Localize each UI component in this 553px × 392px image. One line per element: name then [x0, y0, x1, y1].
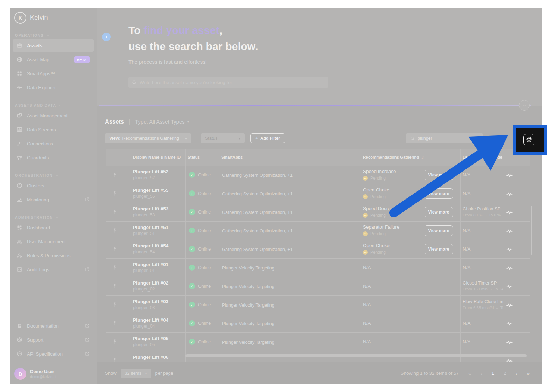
sidebar-collapse-button[interactable]	[102, 33, 111, 41]
sidebar-item-user-management[interactable]: User Management	[10, 234, 97, 248]
view-more-button[interactable]: View more	[425, 170, 453, 180]
table-row[interactable]: Plunger Lift #02 plunger_02 ✓ Online Plu…	[106, 277, 530, 296]
sidebar-item-roles-permissions[interactable]: Roles & Permissions	[10, 248, 97, 262]
prev-page-button[interactable]: ‹	[481, 371, 482, 376]
pin-icon[interactable]	[112, 209, 118, 215]
page-1-button[interactable]: 1	[492, 371, 495, 376]
brand-logo[interactable]: K Kelvin	[10, 8, 97, 28]
clear-search-icon[interactable]	[475, 136, 479, 140]
asset-search-input[interactable]: Write here the asset name you're looking…	[128, 77, 328, 88]
chevron-down-icon	[55, 216, 59, 219]
sidebar-item-asset-map[interactable]: Asset Map BETA	[10, 52, 97, 66]
pin-icon[interactable]	[112, 321, 118, 326]
sidebar-item-support[interactable]: Support	[10, 333, 97, 347]
waveform-icon[interactable]	[506, 265, 513, 271]
smartapps-cell: Plunger Velocity Targeting	[222, 265, 274, 271]
view-more-button[interactable]: View more	[425, 244, 453, 254]
horizontal-scrollbar[interactable]	[186, 354, 527, 357]
pin-icon[interactable]	[112, 358, 118, 362]
table-row[interactable]: Plunger Lift #01 plunger_01 ✓ Online Plu…	[106, 259, 530, 277]
smartapps-cell: Gathering System Optimization, +1	[222, 210, 293, 215]
table-row[interactable]: Plunger Lift #52 plunger_52 ✓ Online Gat…	[106, 166, 530, 184]
sidebar-item-data-streams[interactable]: Data Streams	[10, 122, 97, 136]
sidebar-item-asset-management[interactable]: Asset Management	[10, 108, 97, 122]
waveform-icon[interactable]	[506, 283, 513, 290]
sidebar-item-assets[interactable]: Assets	[13, 39, 94, 52]
waveform-icon[interactable]	[506, 357, 513, 362]
waveform-icon[interactable]	[506, 209, 513, 216]
collapse-hero-button[interactable]	[519, 100, 530, 111]
pin-icon[interactable]	[112, 339, 118, 344]
last-change-cell: N/A	[463, 184, 503, 203]
waveform-icon[interactable]	[506, 190, 513, 197]
table-row[interactable]: Plunger Lift #05 plunger_05 ✓ Online Plu…	[106, 333, 530, 351]
user-account[interactable]: D Demo User demo@kelvin.ai	[10, 363, 97, 384]
add-filter-button[interactable]: + Add Filter	[250, 133, 285, 143]
sidebar-item-dashboard[interactable]: Dashboard	[10, 220, 97, 234]
table-row[interactable]: Plunger Lift #53 plunger_53 ✓ Online Gat…	[106, 203, 530, 222]
view-more-button[interactable]: View more	[425, 225, 453, 236]
sidebar-item-data-explorer[interactable]: Data Explorer	[10, 80, 97, 94]
sidebar-item-monitoring[interactable]: Monitoring	[10, 192, 97, 206]
pin-icon[interactable]	[112, 302, 118, 307]
status-label: Online	[198, 247, 211, 252]
sidebar-item-guardrails[interactable]: Guardrails	[10, 150, 97, 164]
pin-icon[interactable]	[112, 284, 118, 289]
table-row[interactable]: Plunger Lift #51 plunger_51 ✓ Online Gat…	[106, 222, 530, 240]
sidebar-section-assets-and-data[interactable]: ASSETS AND DATA	[10, 98, 97, 108]
sidebar-item-audit-logs[interactable]: Audit Logs	[10, 262, 97, 276]
next-page-button[interactable]: ›	[516, 371, 518, 376]
waveform-icon[interactable]	[506, 339, 513, 345]
pin-icon[interactable]	[112, 265, 118, 270]
table-search-input[interactable]: plunger	[406, 133, 483, 143]
status-filter-dropdown[interactable]: Status ▾	[201, 133, 245, 143]
pin-icon[interactable]	[112, 246, 118, 252]
waveform-icon[interactable]	[506, 302, 513, 308]
sidebar-section-operations[interactable]: OPERATIONS	[10, 28, 97, 38]
online-check-icon: ✓	[189, 209, 195, 215]
pin-icon[interactable]	[112, 172, 118, 177]
pin-icon[interactable]	[112, 191, 118, 196]
sidebar-section-orchestration[interactable]: ORCHESTRATION	[10, 168, 97, 178]
last-change-cell: Closed Timer SP From 160 min → To 140	[463, 277, 503, 295]
status-badge: ✓ Online	[189, 172, 211, 178]
column-header-status[interactable]: Status	[188, 155, 200, 159]
vertical-scrollbar[interactable]	[531, 206, 532, 255]
last-change-title: Flow Rate Close Limit	[463, 299, 503, 304]
column-header-last-change[interactable]: Last Control Change	[463, 155, 502, 159]
recommendation-na: N/A	[363, 284, 371, 289]
table-row[interactable]: Plunger Lift #03 plunger_03 ✓ Online Plu…	[106, 296, 530, 314]
sidebar-item-smartapps[interactable]: SmartApps™	[10, 66, 97, 80]
sidebar-section-administration[interactable]: ADMINISTRATION	[10, 210, 97, 220]
recommendation-status: ••• Pending	[363, 194, 386, 199]
waveform-icon[interactable]	[506, 320, 513, 327]
sidebar-item-clusters[interactable]: Clusters	[10, 178, 97, 192]
main-content: To find your asset, use the search bar b…	[97, 8, 542, 384]
pin-icon[interactable]	[112, 228, 118, 233]
sidebar-item-connections[interactable]: Connections	[10, 136, 97, 150]
waveform-icon[interactable]	[506, 227, 513, 234]
type-filter-dropdown[interactable]: Type: All Asset Types ▾	[135, 119, 189, 125]
sidebar-item-documentation[interactable]: Documentation	[10, 319, 97, 333]
view-more-button[interactable]: View more	[425, 188, 453, 199]
waveform-icon[interactable]	[506, 246, 513, 253]
waveform-icon[interactable]	[506, 172, 513, 178]
recommendation-title: Speed Decrease	[363, 206, 398, 211]
recommendation-na: N/A	[363, 302, 371, 307]
column-header-name[interactable]: Display Name & Name ID	[133, 155, 181, 159]
sidebar-item-api-specification[interactable]: API Specification	[10, 347, 97, 361]
view-dropdown[interactable]: View: Recommendations Gathering ▾	[105, 133, 191, 143]
table-row[interactable]: Plunger Lift #55 plunger_55 ✓ Online Gat…	[106, 184, 530, 203]
column-header-recommendations[interactable]: Recommendations Gathering↓↑	[363, 155, 424, 159]
first-page-button[interactable]: «	[468, 371, 471, 376]
hero-title-highlight: find your asset	[144, 24, 219, 36]
view-more-button[interactable]: View more	[425, 207, 453, 217]
page-size-dropdown[interactable]: 32 items ▾	[121, 369, 151, 378]
column-header-smartapps[interactable]: SmartApps	[221, 155, 243, 159]
table-settings-gear-button[interactable]	[523, 134, 534, 145]
last-page-button[interactable]: »	[527, 371, 530, 376]
page-2-button[interactable]: 2	[504, 371, 506, 376]
table-row[interactable]: Plunger Lift #04 plunger_04 ✓ Online Plu…	[106, 314, 530, 333]
per-page-label: per page	[155, 371, 173, 376]
table-row[interactable]: Plunger Lift #54 plunger_54 ✓ Online Gat…	[106, 240, 530, 259]
